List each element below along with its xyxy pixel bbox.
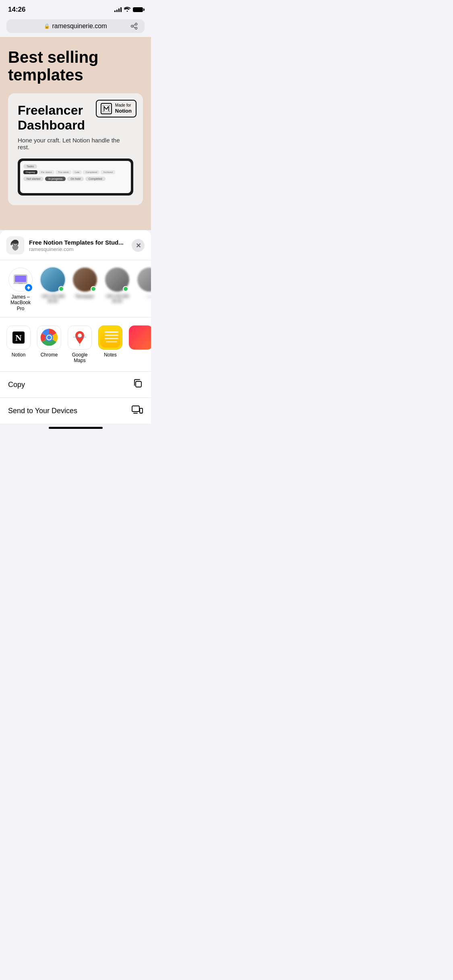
app-label-notes: Notes [104, 352, 116, 358]
share-sheet: Free Notion Templates for Stud... ramesq… [0, 230, 151, 424]
chrome-app-icon [37, 325, 61, 350]
app-item-partial[interactable] [129, 325, 151, 363]
product-subtitle: Hone your craft. Let Notion handle the r… [18, 137, 130, 150]
airdrop-label-person2: Rəmşaqur [76, 294, 95, 299]
notion-badge: Made for Notion [96, 100, 137, 117]
screenshot-tab: Per status [39, 170, 54, 174]
airdrop-section: James –MacBook Pro +00 0 00 00000 00 Rəm… [0, 260, 151, 317]
airdrop-items: James –MacBook Pro +00 0 00 00000 00 Rəm… [0, 268, 151, 311]
airdrop-item-person1[interactable]: +00 0 00 00000 00 [39, 268, 67, 311]
svg-point-8 [28, 288, 29, 290]
airdrop-avatar-person2 [73, 268, 97, 292]
app-item-chrome[interactable]: Chrome [37, 325, 61, 363]
status-bar: 14:26 [0, 0, 151, 17]
screenshot-tab: This week [56, 170, 71, 174]
airdrop-avatar-person3 [105, 268, 129, 292]
screenshot-status: On hold [67, 177, 84, 181]
wifi-icon [124, 6, 130, 13]
close-icon: ✕ [136, 242, 141, 249]
screenshot-label: Tasks [23, 164, 37, 169]
svg-rect-21 [132, 406, 139, 412]
partial-app-icon [129, 325, 151, 350]
apps-row: N Notion [6, 325, 145, 365]
signal-icon [114, 7, 122, 12]
screenshot-status: Not started [23, 177, 43, 181]
product-screenshot: Tasks Ongoing Per status This week Late … [18, 159, 133, 196]
copy-label: Copy [8, 381, 25, 389]
airdrop-avatar-person1 [41, 268, 65, 292]
app-item-maps[interactable]: Google Maps [68, 325, 92, 363]
send-devices-label: Send to Your Devices [8, 407, 77, 415]
maps-app-icon [68, 325, 92, 350]
app-item-notes[interactable]: Notes [98, 325, 122, 363]
share-site-info: Free Notion Templates for Stud... ramesq… [29, 239, 127, 252]
notion-badge-n-icon [101, 103, 112, 114]
airdrop-item-person2[interactable]: Rəmşaqur [71, 268, 99, 311]
airdrop-label-person4: ----- [146, 294, 151, 299]
airdrop-avatar-person4 [137, 268, 151, 292]
airdrop-item-macbook[interactable]: James –MacBook Pro [6, 268, 35, 311]
apps-section: N Notion [0, 317, 151, 372]
share-site-icon [6, 237, 24, 254]
home-bar [49, 427, 103, 429]
url-bar[interactable]: 🔒 ramesquinerie.com [6, 19, 145, 33]
page-title: Best sellingtemplates [8, 48, 143, 84]
screenshot-status: In progress [45, 177, 66, 181]
status-time: 14:26 [8, 6, 25, 14]
app-label-maps: Google Maps [68, 352, 92, 363]
airdrop-item-person3[interactable]: +00 0 00 00000 00 [103, 268, 131, 311]
share-site-title: Free Notion Templates for Stud... [29, 239, 126, 246]
status-icons [114, 6, 143, 13]
airdrop-avatar-macbook [8, 268, 33, 292]
airdrop-label-person3: +00 0 00 00000 00 [105, 294, 129, 304]
svg-point-15 [47, 336, 51, 340]
airdrop-label-macbook: James –MacBook Pro [6, 294, 35, 311]
battery-icon [133, 7, 143, 12]
app-label-notion: Notion [12, 352, 26, 358]
airdrop-label-person1: +00 0 00 00000 00 [41, 294, 65, 304]
airdrop-item-person4[interactable]: ----- [135, 268, 151, 311]
home-indicator [0, 424, 151, 431]
lock-icon: 🔒 [44, 23, 50, 29]
notes-app-icon [98, 325, 122, 350]
svg-rect-7 [18, 283, 23, 284]
share-header: Free Notion Templates for Stud... ramesq… [0, 230, 151, 260]
app-label-chrome: Chrome [41, 352, 58, 358]
product-title: FreelancerDashboard [18, 103, 98, 133]
svg-rect-5 [15, 276, 26, 282]
product-card[interactable]: Made for Notion FreelancerDashboard Hone… [8, 93, 143, 205]
svg-rect-20 [136, 381, 141, 387]
devices-icon [132, 404, 143, 417]
share-close-button[interactable]: ✕ [132, 239, 145, 252]
app-item-notion[interactable]: N Notion [6, 325, 31, 363]
notion-app-icon: N [6, 325, 31, 350]
send-devices-action[interactable]: Send to Your Devices [0, 398, 151, 424]
screenshot-tab: Late [72, 170, 82, 174]
screenshot-status: Completed [85, 177, 105, 181]
badge-notion: Notion [115, 108, 132, 114]
airdrop-signal-icon [24, 283, 33, 292]
notion-badge-text: Made for Notion [115, 103, 132, 114]
main-content: Best sellingtemplates Made for Notion Fr… [0, 37, 151, 230]
svg-point-23 [141, 412, 142, 413]
actions-section: Copy Send to Your Devices [0, 372, 151, 424]
copy-icon [132, 378, 143, 391]
browser-share-button[interactable] [128, 21, 140, 32]
svg-text:N: N [15, 333, 22, 343]
badge-made-for: Made for [115, 103, 132, 108]
screenshot-tab: Completed [83, 170, 99, 174]
screenshot-tab: Archived [101, 170, 115, 174]
copy-action[interactable]: Copy [0, 372, 151, 398]
screenshot-tab: Ongoing [23, 170, 37, 174]
url-text: ramesquinerie.com [52, 23, 107, 30]
url-bar-container: 🔒 ramesquinerie.com [0, 17, 151, 37]
share-site-url: ramesquinerie.com [29, 246, 127, 252]
